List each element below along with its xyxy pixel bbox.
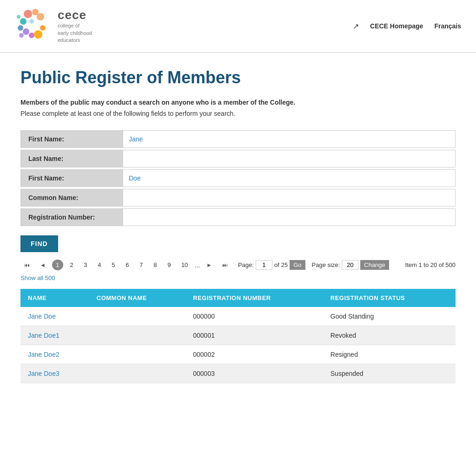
first-name-2-input[interactable] bbox=[123, 170, 455, 187]
search-form: First Name: Last Name: First Name: Commo… bbox=[20, 130, 456, 226]
description-bold: Members of the public may conduct a sear… bbox=[20, 99, 456, 106]
table-row: Jane Doe3 000003 Suspended bbox=[20, 364, 456, 383]
page-9-button[interactable]: 9 bbox=[164, 260, 175, 270]
cell-name: Jane Doe1 bbox=[20, 326, 89, 345]
page-1-button[interactable]: 1 bbox=[52, 260, 63, 270]
common-name-label: Common Name: bbox=[21, 189, 123, 206]
page-8-button[interactable]: 8 bbox=[150, 260, 161, 270]
table-header-row: NAME COMMON NAME REGISTRATION NUMBER REG… bbox=[20, 289, 456, 307]
table-row: Jane Doe 000000 Good Standing bbox=[20, 307, 456, 326]
page-10-button[interactable]: 10 bbox=[178, 260, 192, 270]
svg-point-11 bbox=[17, 15, 20, 19]
table-row: Jane Doe1 000001 Revoked bbox=[20, 326, 456, 345]
svg-point-4 bbox=[18, 25, 23, 31]
page-title: Public Register of Members bbox=[20, 68, 456, 87]
member-name-link[interactable]: Jane Doe bbox=[28, 313, 56, 320]
member-name-link[interactable]: Jane Doe2 bbox=[28, 351, 60, 358]
external-link-icon: ↗ bbox=[353, 22, 359, 31]
col-name: NAME bbox=[20, 289, 89, 307]
logo-cece-label: cece bbox=[58, 8, 92, 22]
go-button[interactable]: Go bbox=[290, 260, 305, 270]
header: cece college of early childhood educator… bbox=[0, 0, 476, 53]
page-label: Page: bbox=[238, 261, 254, 268]
common-name-row: Common Name: bbox=[20, 189, 456, 207]
cell-reg-status: Suspended bbox=[323, 364, 456, 383]
page-input-group: Page: of 25 Go bbox=[238, 260, 305, 270]
first-name-2-row: First Name: bbox=[20, 169, 456, 187]
page-5-button[interactable]: 5 bbox=[108, 260, 119, 270]
svg-point-3 bbox=[20, 18, 26, 25]
logo-subtitle: college of early childhood educators bbox=[58, 22, 92, 44]
svg-point-5 bbox=[23, 28, 29, 35]
page-size-input[interactable] bbox=[342, 260, 358, 270]
svg-point-0 bbox=[24, 10, 32, 18]
find-button[interactable]: FIND bbox=[20, 235, 58, 252]
first-page-button[interactable]: ⏮ bbox=[20, 260, 33, 270]
reg-number-input[interactable] bbox=[123, 209, 455, 226]
prev-page-button[interactable]: ◄ bbox=[36, 260, 49, 270]
first-name-2-label: First Name: bbox=[21, 170, 123, 187]
last-name-label: Last Name: bbox=[21, 150, 123, 167]
col-common-name: COMMON NAME bbox=[89, 289, 186, 307]
col-reg-status: REGISTRATION STATUS bbox=[323, 289, 456, 307]
table-header: NAME COMMON NAME REGISTRATION NUMBER REG… bbox=[20, 289, 456, 307]
french-language-link[interactable]: Français bbox=[434, 22, 461, 30]
change-button[interactable]: Change bbox=[360, 260, 389, 270]
cell-reg-number: 000000 bbox=[185, 307, 323, 326]
page-size-label: Page size: bbox=[312, 261, 340, 268]
table-body: Jane Doe 000000 Good Standing Jane Doe1 … bbox=[20, 307, 456, 383]
table-row: Jane Doe2 000002 Resigned bbox=[20, 345, 456, 364]
svg-point-10 bbox=[29, 19, 34, 24]
page-3-button[interactable]: 3 bbox=[80, 260, 91, 270]
cell-reg-status: Revoked bbox=[323, 326, 456, 345]
cell-name: Jane Doe bbox=[20, 307, 89, 326]
page-2-button[interactable]: 2 bbox=[66, 260, 77, 270]
member-name-link[interactable]: Jane Doe3 bbox=[28, 370, 60, 377]
svg-point-6 bbox=[29, 33, 34, 38]
last-name-row: Last Name: bbox=[20, 150, 456, 167]
last-page-button[interactable]: ⏭ bbox=[218, 260, 231, 270]
member-name-link[interactable]: Jane Doe1 bbox=[28, 332, 60, 339]
page-number-input[interactable] bbox=[256, 260, 272, 270]
description-normal: Please complete at least one of the foll… bbox=[20, 110, 456, 117]
cell-name: Jane Doe2 bbox=[20, 345, 89, 364]
item-count: Item 1 to 20 of 500 bbox=[405, 261, 456, 268]
page-7-button[interactable]: 7 bbox=[136, 260, 147, 270]
total-pages: 25 bbox=[281, 261, 288, 268]
cece-logo-icon bbox=[15, 7, 52, 45]
cell-name: Jane Doe3 bbox=[20, 364, 89, 383]
cell-reg-number: 000001 bbox=[185, 326, 323, 345]
cell-common-name bbox=[89, 326, 186, 345]
logo-area: cece college of early childhood educator… bbox=[15, 7, 92, 45]
reg-number-label: Registration Number: bbox=[21, 209, 123, 226]
pagination-ellipsis: ... bbox=[194, 261, 200, 269]
col-reg-number: REGISTRATION NUMBER bbox=[185, 289, 323, 307]
svg-point-9 bbox=[40, 25, 46, 31]
first-name-label: First Name: bbox=[21, 131, 123, 147]
cell-reg-number: 000003 bbox=[185, 364, 323, 383]
svg-point-8 bbox=[34, 30, 42, 39]
results-table: NAME COMMON NAME REGISTRATION NUMBER REG… bbox=[20, 289, 456, 383]
next-page-button[interactable]: ► bbox=[203, 260, 216, 270]
last-name-input[interactable] bbox=[123, 150, 455, 167]
page-size-group: Page size: Change bbox=[312, 260, 389, 270]
cell-common-name bbox=[89, 307, 186, 326]
first-name-input[interactable] bbox=[123, 131, 455, 147]
svg-point-2 bbox=[37, 13, 44, 20]
page-6-button[interactable]: 6 bbox=[122, 260, 133, 270]
common-name-input[interactable] bbox=[123, 189, 455, 206]
main-content: Public Register of Members Members of th… bbox=[6, 53, 470, 398]
page-4-button[interactable]: 4 bbox=[94, 260, 105, 270]
cece-homepage-link[interactable]: CECE Homepage bbox=[370, 22, 423, 30]
pagination-bar: ⏮ ◄ 1 2 3 4 5 6 7 8 9 10 ... ► ⏭ Page: o… bbox=[20, 260, 456, 270]
reg-number-row: Registration Number: bbox=[20, 208, 456, 226]
svg-point-7 bbox=[19, 33, 24, 38]
cell-reg-status: Resigned bbox=[323, 345, 456, 364]
logo-text: cece college of early childhood educator… bbox=[58, 8, 92, 44]
show-all-link[interactable]: Show all 500 bbox=[20, 274, 55, 281]
cell-common-name bbox=[89, 364, 186, 383]
cell-reg-status: Good Standing bbox=[323, 307, 456, 326]
of-label: of bbox=[274, 261, 279, 268]
first-name-row: First Name: bbox=[20, 130, 456, 148]
header-nav: ↗ CECE Homepage Français bbox=[353, 22, 461, 31]
